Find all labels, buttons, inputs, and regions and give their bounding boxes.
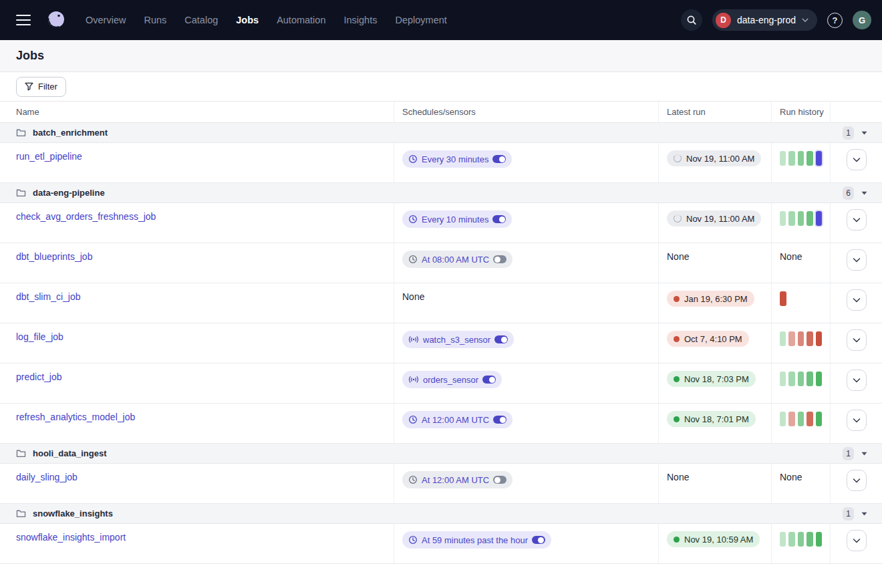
latest-run-pill[interactable]: Nov 18, 7:03 PM xyxy=(667,371,756,387)
help-button[interactable]: ? xyxy=(827,13,843,28)
row-expand-button[interactable] xyxy=(847,149,867,170)
run-chip-success[interactable] xyxy=(798,372,804,386)
run-chip-running[interactable] xyxy=(816,211,822,226)
schedule-toggle[interactable] xyxy=(493,255,506,263)
row-expand-button[interactable] xyxy=(847,370,867,391)
schedule-pill[interactable]: Every 30 minutes xyxy=(402,150,512,168)
row-expand-button[interactable] xyxy=(847,530,867,551)
group-row[interactable]: batch_enrichment1 xyxy=(0,123,882,143)
nav-item-jobs[interactable]: Jobs xyxy=(236,15,259,25)
job-name-link[interactable]: dbt_slim_ci_job xyxy=(16,291,81,302)
deployment-switcher[interactable]: D data-eng-prod xyxy=(712,9,817,31)
run-chip-success[interactable] xyxy=(816,532,822,547)
run-chip-success[interactable] xyxy=(780,211,786,226)
run-chip-success[interactable] xyxy=(798,532,804,547)
row-expand-button[interactable] xyxy=(847,410,867,431)
run-chip-success[interactable] xyxy=(780,532,786,547)
schedule-pill[interactable]: At 59 minutes past the hour xyxy=(402,531,551,549)
latest-run-pill[interactable]: Oct 7, 4:10 PM xyxy=(667,331,749,347)
run-chip-failure[interactable] xyxy=(788,331,794,346)
run-chip-success[interactable] xyxy=(780,372,786,386)
schedule-pill[interactable]: At 08:00 AM UTC xyxy=(402,251,512,268)
run-chip-success[interactable] xyxy=(780,331,786,346)
schedule-pill[interactable]: Every 10 minutes xyxy=(402,210,512,228)
filter-button[interactable]: Filter xyxy=(16,77,66,97)
run-chip-success[interactable] xyxy=(816,412,822,426)
schedule-toggle[interactable] xyxy=(494,335,508,343)
schedule-toggle[interactable] xyxy=(493,416,506,424)
collapse-caret-icon[interactable] xyxy=(861,131,867,135)
run-chip-failure[interactable] xyxy=(816,331,822,346)
schedule-pill[interactable]: At 12:00 AM UTC xyxy=(402,411,512,428)
nav-item-insights[interactable]: Insights xyxy=(343,15,377,25)
run-chip-success[interactable] xyxy=(788,532,794,547)
schedule-toggle[interactable] xyxy=(492,155,506,163)
run-chip-success[interactable] xyxy=(798,211,804,226)
row-expand-button[interactable] xyxy=(847,329,867,351)
job-name-link[interactable]: run_etl_pipeline xyxy=(16,151,82,162)
row-expand-button[interactable] xyxy=(847,249,867,271)
schedule-toggle[interactable] xyxy=(482,376,496,384)
dagster-logo-icon[interactable] xyxy=(44,7,69,33)
run-chip-failure[interactable] xyxy=(806,412,813,426)
run-chip-failure[interactable] xyxy=(780,291,786,306)
run-history-chips xyxy=(780,291,822,306)
latest-run-time: Nov 19, 10:59 AM xyxy=(684,535,753,545)
group-count-badge: 1 xyxy=(843,126,854,140)
run-chip-failure[interactable] xyxy=(806,331,813,346)
run-chip-success[interactable] xyxy=(806,532,813,547)
column-header-schedules-sensors: Schedules/sensors xyxy=(394,102,659,122)
schedule-toggle[interactable] xyxy=(493,476,506,484)
collapse-caret-icon[interactable] xyxy=(861,452,867,456)
job-name-link[interactable]: refresh_analytics_model_job xyxy=(16,412,135,422)
nav-item-catalog[interactable]: Catalog xyxy=(184,15,218,25)
search-button[interactable] xyxy=(681,9,702,31)
schedule-toggle[interactable] xyxy=(492,215,506,223)
run-chip-success[interactable] xyxy=(780,412,786,426)
hamburger-menu-icon[interactable] xyxy=(16,15,31,25)
row-expand-button[interactable] xyxy=(847,470,867,491)
folder-icon xyxy=(16,128,26,137)
group-row[interactable]: snowflake_insights1 xyxy=(0,504,882,524)
run-chip-success[interactable] xyxy=(816,372,822,386)
run-chip-failure[interactable] xyxy=(798,331,804,346)
sensor-pill[interactable]: orders_sensor xyxy=(402,371,502,388)
latest-run-pill[interactable]: Nov 19, 11:00 AM xyxy=(667,150,761,166)
run-chip-success[interactable] xyxy=(806,151,813,166)
latest-run-pill[interactable]: Jan 19, 6:30 PM xyxy=(667,291,754,307)
nav-item-automation[interactable]: Automation xyxy=(277,15,325,25)
job-name-link[interactable]: predict_job xyxy=(16,372,62,382)
nav-item-runs[interactable]: Runs xyxy=(144,15,166,25)
run-chip-success[interactable] xyxy=(798,412,804,426)
run-chip-failure[interactable] xyxy=(788,412,794,426)
group-row[interactable]: data-eng-pipeline6 xyxy=(0,183,882,203)
job-name-link[interactable]: snowflake_insights_import xyxy=(16,532,126,543)
nav-item-deployment[interactable]: Deployment xyxy=(395,15,446,25)
job-name-link[interactable]: dbt_blueprints_job xyxy=(16,251,92,262)
schedule-toggle[interactable] xyxy=(532,536,545,544)
run-chip-success[interactable] xyxy=(788,151,794,166)
collapse-caret-icon[interactable] xyxy=(861,191,867,195)
job-row: log_file_jobwatch_s3_sensorOct 7, 4:10 P… xyxy=(0,323,882,363)
latest-run-pill[interactable]: Nov 18, 7:01 PM xyxy=(667,411,756,427)
run-chip-running[interactable] xyxy=(816,151,822,166)
row-expand-button[interactable] xyxy=(847,209,867,231)
latest-run-pill[interactable]: Nov 19, 10:59 AM xyxy=(667,531,760,547)
run-chip-success[interactable] xyxy=(806,211,813,226)
row-expand-button[interactable] xyxy=(847,289,867,311)
run-chip-success[interactable] xyxy=(806,372,813,386)
run-chip-success[interactable] xyxy=(798,151,804,166)
run-chip-success[interactable] xyxy=(780,151,786,166)
nav-item-overview[interactable]: Overview xyxy=(86,15,126,25)
job-name-link[interactable]: log_file_job xyxy=(16,331,63,342)
run-chip-success[interactable] xyxy=(788,372,794,386)
run-chip-success[interactable] xyxy=(788,211,794,226)
group-row[interactable]: hooli_data_ingest1 xyxy=(0,444,882,464)
avatar[interactable]: G xyxy=(853,11,871,29)
job-name-link[interactable]: check_avg_orders_freshness_job xyxy=(16,211,156,222)
job-name-link[interactable]: daily_sling_job xyxy=(16,472,78,482)
latest-run-pill[interactable]: Nov 19, 11:00 AM xyxy=(667,210,761,227)
schedule-pill[interactable]: At 12:00 AM UTC xyxy=(402,471,512,488)
sensor-pill[interactable]: watch_s3_sensor xyxy=(402,331,514,348)
collapse-caret-icon[interactable] xyxy=(861,512,867,516)
